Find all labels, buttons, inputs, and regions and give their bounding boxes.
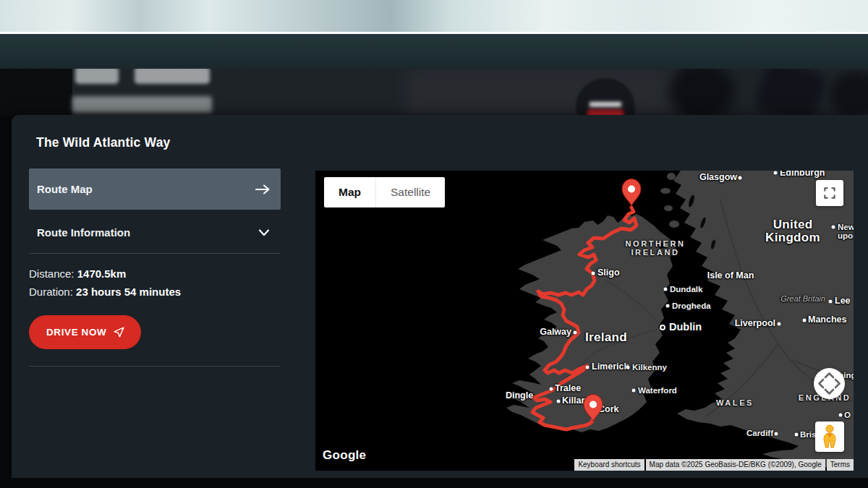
route-information-item[interactable]: Route Information [29,215,281,249]
map-canvas [315,171,854,471]
map-type-satellite-button[interactable]: Satellite [375,177,445,207]
map-attribution: Keyboard shortcuts Map data ©2025 GeoBas… [574,459,854,471]
keyboard-shortcuts-button[interactable]: Keyboard shortcuts [574,459,644,471]
route-map-label: Route Map [37,183,93,195]
page-title: The Wild Atlantic Way [36,135,171,150]
drive-now-button[interactable]: DRIVE NOW [29,315,141,349]
map-type-control: Map Satellite [324,177,445,207]
terms-link[interactable]: Terms [827,459,854,471]
blurred-artwork [752,69,827,116]
duration-value: 23 hours 54 minutes [76,286,181,298]
map-data-attribution: Map data ©2025 GeoBasis-DE/BKG (©2009), … [646,459,825,471]
map-type-map-button[interactable]: Map [324,177,375,207]
blurred-artwork [830,72,868,116]
header-teal-band [0,34,868,69]
page-behind-modal [0,69,868,116]
duration-row: Duration: 23 hours 54 minutes [29,283,181,301]
distance-row: Distance: 1470.5km [29,265,181,283]
fullscreen-button[interactable] [816,180,843,206]
google-logo[interactable]: Google [323,448,366,463]
arrow-right-icon [255,184,271,195]
route-map-item[interactable]: Route Map [29,168,281,210]
blurred-button [75,69,119,84]
pan-control[interactable] [814,368,845,399]
divider [29,366,281,367]
google-map[interactable]: GlasgowEdinburghUnitedKingdomNewcuponNOR… [315,171,854,471]
street-view-pegman-button[interactable] [815,421,844,452]
route-stats: Distance: 1470.5km Duration: 23 hours 54… [29,265,181,301]
distance-value: 1470.5km [77,267,127,280]
route-information-label: Route Information [37,226,130,239]
chevron-down-icon [258,228,271,237]
divider [29,253,281,254]
backdrop-panel [405,69,680,116]
blurred-button [135,69,210,84]
pan-arrows-icon [814,368,845,399]
screenshot-stage: The Wild Atlantic Way Route Map Route In… [0,0,868,488]
route-modal: The Wild Atlantic Way Route Map Route In… [12,115,868,478]
blurred-input-bar [72,96,212,113]
backdrop-shadow [0,69,72,116]
background-photo-band [0,0,868,33]
fullscreen-icon [822,186,837,200]
route-sidebar: The Wild Atlantic Way Route Map Route In… [12,115,315,478]
blurred-artwork [669,69,734,116]
navigation-send-icon [113,326,125,338]
pegman-icon [820,424,839,449]
